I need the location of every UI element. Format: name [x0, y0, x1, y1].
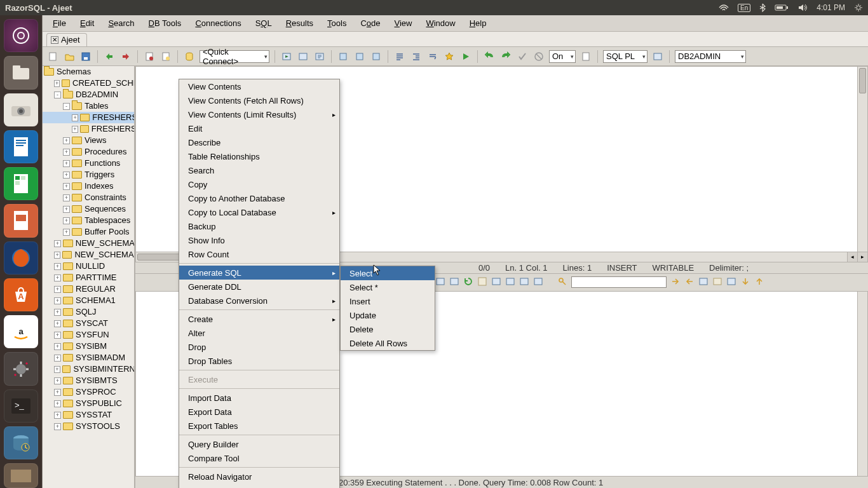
ctx-item[interactable]: Search [179, 163, 339, 177]
connect-icon[interactable] [103, 50, 116, 63]
bluetooth-icon[interactable] [759, 3, 766, 12]
ctx-item[interactable]: View Contents (Fetch All Rows) [179, 93, 339, 107]
ctx-item[interactable]: Import Data [179, 391, 339, 405]
tree-item[interactable]: +Procedures [43, 146, 134, 158]
run-selection-icon[interactable] [297, 50, 309, 63]
tree-item[interactable]: +SYSIBMADM [43, 352, 134, 363]
menu-dbtools[interactable]: DB Tools [142, 17, 188, 30]
results-next-icon[interactable] [670, 276, 681, 288]
save-icon[interactable] [79, 50, 92, 63]
tree-expand-icon[interactable]: + [54, 309, 61, 316]
tree-item[interactable]: +SYSTOOLS [43, 421, 134, 432]
page-icon[interactable] [580, 50, 592, 63]
results-down-icon[interactable] [740, 276, 750, 288]
tool-icon-2[interactable] [353, 50, 366, 63]
ctx-item[interactable]: View Contents (Limit Results)▸ [179, 107, 339, 121]
clock[interactable]: 4:01 PM [817, 3, 845, 12]
disconnect-icon[interactable] [119, 50, 132, 63]
ctx-item[interactable]: Insert [341, 294, 435, 308]
tree-item[interactable]: +SYSIBM [43, 341, 134, 352]
tree-expand-icon[interactable]: + [63, 137, 70, 144]
tree-expand-icon[interactable]: + [54, 366, 60, 373]
tree-expand-icon[interactable]: + [63, 149, 70, 156]
tree-item[interactable]: +SYSIBMINTERNAL [43, 363, 134, 375]
tool-icon-3[interactable] [370, 50, 383, 63]
results-icon-3[interactable] [477, 276, 487, 288]
volume-icon[interactable] [797, 3, 808, 12]
results-icon-8[interactable] [698, 276, 709, 288]
ctx-item[interactable]: Drop [179, 340, 339, 354]
menu-search[interactable]: Search [102, 17, 140, 30]
tree-item[interactable]: +FRESHERS [43, 112, 134, 123]
ctx-item[interactable]: Drop Tables [179, 354, 339, 368]
indent-right-icon[interactable] [410, 50, 423, 63]
tree-item[interactable]: +REGULAR [43, 283, 134, 295]
menu-sql[interactable]: SQL [249, 17, 278, 30]
tree-expand-icon[interactable]: + [54, 400, 61, 407]
launcher-files[interactable] [4, 56, 38, 89]
lang-icon[interactable] [651, 50, 664, 63]
ctx-item[interactable]: Export Data [179, 405, 339, 419]
menu-help[interactable]: Help [463, 17, 493, 30]
gear-icon[interactable] [854, 3, 863, 12]
edit-connection-icon[interactable] [143, 50, 156, 63]
check-icon[interactable] [516, 50, 529, 63]
ctx-item[interactable]: Copy to Another Database [179, 191, 339, 205]
menu-view[interactable]: View [388, 17, 419, 30]
tree-expand-icon[interactable]: + [63, 183, 70, 190]
table-context-menu[interactable]: View ContentsView Contents (Fetch All Ro… [179, 79, 340, 488]
launcher-amazon[interactable]: a [4, 315, 38, 348]
tree-expand-icon[interactable]: + [54, 389, 61, 396]
tree-item[interactable]: +Triggers [43, 169, 134, 180]
tree-expand-icon[interactable]: + [63, 229, 70, 236]
ctx-item[interactable]: Reload Navigator [179, 470, 339, 484]
undo-icon[interactable] [483, 50, 496, 63]
tree-item[interactable]: +SYSCAT [43, 318, 134, 329]
ctx-item[interactable]: Copy to Local Database▸ [179, 205, 339, 219]
tree-expand-icon[interactable]: + [54, 423, 61, 430]
ctx-item[interactable]: Delete All Rows [341, 336, 435, 350]
tree-item[interactable]: -Tables [43, 100, 134, 112]
launcher-writer[interactable] [4, 130, 38, 163]
ctx-item[interactable]: Create▸ [179, 312, 339, 326]
run-sql-icon[interactable] [280, 50, 293, 63]
launcher-calc[interactable] [4, 167, 38, 200]
ctx-item[interactable]: Export Tables [179, 419, 339, 433]
schema-combo[interactable]: DB2ADMIN [675, 50, 746, 63]
ctx-item[interactable]: Alter [179, 326, 339, 340]
tree-item[interactable]: +SYSSTAT [43, 409, 134, 421]
tree-item[interactable]: +SCHEMA1 [43, 295, 134, 306]
results-icon-1[interactable] [435, 276, 445, 288]
tree-expand-icon[interactable]: + [54, 412, 61, 419]
ctx-item[interactable]: Edit [179, 121, 339, 135]
new-file-icon[interactable] [46, 50, 59, 63]
menu-edit[interactable]: Edit [74, 17, 100, 30]
keyboard-lang-indicator[interactable]: En [738, 4, 750, 12]
editor-scrollbar[interactable] [857, 67, 867, 252]
ctx-item[interactable]: Show Info [179, 233, 339, 247]
wifi-icon[interactable] [719, 4, 729, 11]
tree-expand-icon[interactable]: + [54, 263, 61, 270]
results-icon-2[interactable] [449, 276, 459, 288]
tree-expand-icon[interactable]: + [63, 172, 70, 179]
results-scrollbar[interactable] [857, 292, 867, 477]
ctx-item[interactable]: Query Builder [179, 437, 339, 451]
db-icon[interactable] [183, 50, 196, 63]
menu-file[interactable]: File [46, 17, 72, 30]
results-refresh-icon[interactable] [463, 276, 473, 288]
schema-tree[interactable]: Schemas +CREATED_SCHEMA-DB2ADMIN-Tables+… [43, 66, 135, 488]
ctx-item[interactable]: Compare Tool [179, 451, 339, 465]
tree-expand-icon[interactable]: + [54, 252, 60, 259]
tree-expand-icon[interactable]: + [63, 194, 70, 201]
tree-item[interactable]: +NULLID [43, 261, 134, 272]
star-icon[interactable] [443, 50, 456, 63]
tab-close-icon[interactable]: ✕ [51, 36, 58, 44]
tab-ajeet[interactable]: ✕ Ajeet [46, 33, 87, 46]
cancel-icon[interactable] [532, 50, 545, 63]
launcher-razorsql[interactable] [4, 426, 38, 459]
results-icon-4[interactable] [491, 276, 501, 288]
menu-code[interactable]: Code [354, 17, 386, 30]
tree-item[interactable]: +Views [43, 135, 134, 146]
tree-item[interactable]: +NEW_SCHEMA2 [43, 249, 134, 261]
ctx-item[interactable]: Delete [341, 322, 435, 336]
